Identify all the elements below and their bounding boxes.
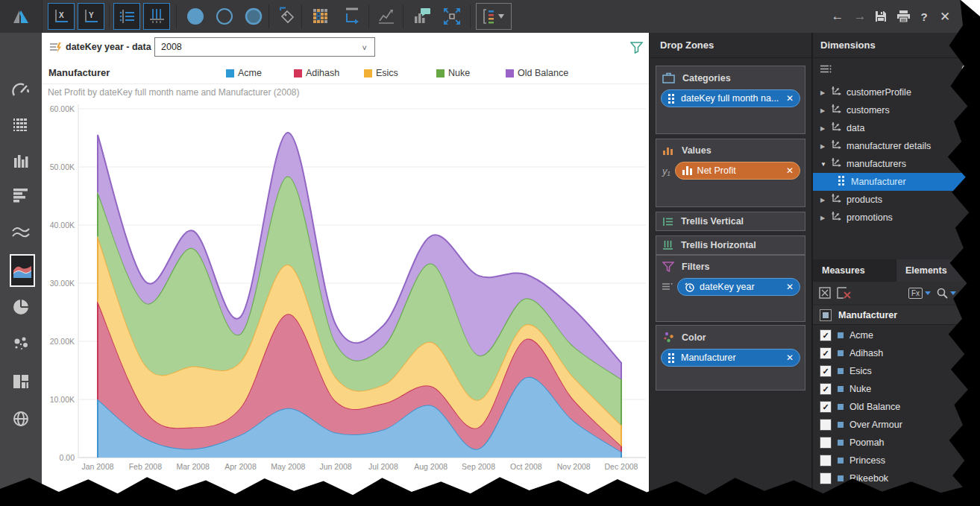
forward-button[interactable]: → (849, 0, 871, 33)
year-dropdown[interactable]: 2008 ˅ (154, 37, 375, 57)
clear-all-button[interactable] (819, 287, 831, 299)
print-button[interactable] (892, 0, 914, 33)
legend-item-esics[interactable]: Esics (364, 68, 398, 78)
legend-item-adihash[interactable]: Adihash (294, 68, 339, 78)
hierarchy-grid-icon (668, 353, 676, 363)
remove-filters-chip-icon[interactable]: ✕ (782, 282, 794, 292)
elements-scrollbar[interactable] (971, 326, 977, 504)
tab-measures[interactable]: Measures (813, 259, 896, 282)
remove-categories-chip-icon[interactable]: ✕ (782, 93, 794, 104)
categories-drop-zone[interactable]: Categories dateKey full month na... ✕ (656, 66, 805, 134)
search-elements-button[interactable] (937, 288, 956, 299)
element-row-poomah[interactable]: ✓Poomah (813, 434, 980, 452)
clear-selection-button[interactable] (837, 287, 852, 299)
element-row-rikeebok[interactable]: ✓Rikeebok (813, 469, 980, 487)
element-row-old-balance[interactable]: ✓Old Balance (813, 398, 980, 416)
close-button[interactable]: ✕ (934, 0, 956, 33)
checkbox-unchecked[interactable]: ✓ (820, 437, 832, 449)
pivot-button[interactable] (337, 3, 364, 30)
color-drop-zone[interactable]: Color Manufacturer ✕ (656, 325, 805, 390)
legend-item-nuke[interactable]: Nuke (436, 68, 470, 78)
data-grid-button[interactable] (307, 3, 334, 30)
expand-arrow-icon[interactable]: ▶ (820, 125, 831, 132)
collapse-arrow-icon[interactable]: ▼ (820, 161, 831, 168)
maximize-visual-button[interactable] (439, 3, 465, 30)
search-icon[interactable] (961, 64, 973, 75)
back-button[interactable]: ← (826, 0, 849, 33)
values-drop-zone[interactable]: Values y₁ Net Profit ✕ (656, 139, 805, 207)
group-checkbox[interactable] (820, 309, 832, 321)
expand-arrow-icon[interactable]: ▶ (820, 143, 831, 150)
checkbox-checked[interactable]: ✓ (820, 365, 832, 377)
tab-elements[interactable]: Elements (896, 259, 980, 282)
sidebar-item-pie-chart[interactable] (0, 291, 42, 323)
remove-values-chip-icon[interactable]: ✕ (782, 165, 794, 176)
app-logo[interactable] (0, 0, 43, 33)
expand-arrow-icon[interactable]: ▶ (820, 107, 831, 114)
filters-drop-zone[interactable]: Filters dateKey year ✕ (656, 255, 805, 322)
element-row-acme[interactable]: ✓Acme (813, 326, 980, 344)
checkbox-checked[interactable]: ✓ (820, 347, 832, 359)
checkbox-checked[interactable]: ✓ (820, 383, 832, 395)
sidebar-item-gauge[interactable] (0, 75, 42, 107)
legend-button[interactable] (113, 3, 140, 30)
point-style-outlined-button[interactable] (240, 3, 267, 30)
tree-item-products[interactable]: ▶products (813, 191, 980, 209)
filter-funnel-icon[interactable] (630, 41, 643, 54)
checkbox-unchecked[interactable]: ✓ (820, 472, 832, 484)
y-axis-button[interactable]: Y (78, 3, 104, 30)
list-menu-icon[interactable] (820, 65, 832, 74)
tree-item-data[interactable]: ▶data (813, 119, 980, 137)
sidebar-item-horizontal-bar-chart[interactable] (0, 179, 42, 212)
chart-plot[interactable]: 0.0010.00K20.00K30.00K40.00K50.00K60.00K… (42, 100, 649, 481)
sidebar-item-area-chart[interactable] (10, 254, 35, 287)
sidebar-item-line-chart[interactable] (0, 216, 42, 249)
tree-item-manufacturers[interactable]: ▼manufacturers (813, 155, 980, 173)
element-row-princess[interactable]: ✓Princess (813, 452, 980, 469)
sidebar-item-map[interactable] (0, 402, 42, 435)
trellis-vertical-drop-zone[interactable]: Trellis Vertical (656, 212, 805, 231)
refresh-button[interactable] (962, 287, 974, 299)
sidebar-item-bar-chart[interactable] (0, 145, 42, 177)
sidebar-item-table[interactable] (0, 108, 42, 141)
tree-item-manufacturer[interactable]: Manufacturer (813, 173, 979, 191)
legend-item-old-balance[interactable]: Old Balance (506, 68, 568, 78)
element-row-esics[interactable]: ✓Esics (813, 362, 980, 380)
remove-color-chip-icon[interactable]: ✕ (782, 352, 794, 363)
tree-item-customerprofile[interactable]: ▶customerProfile (813, 83, 980, 101)
save-button[interactable] (870, 0, 892, 33)
series-options-dropdown[interactable] (476, 3, 512, 30)
values-chip[interactable]: Net Profit ✕ (675, 162, 800, 180)
checkbox-checked[interactable]: ✓ (820, 329, 832, 341)
sidebar-item-treemap[interactable] (0, 365, 42, 398)
tree-item-manufacturer-details[interactable]: ▶manufacturer details (813, 137, 980, 155)
element-group-row[interactable]: Manufacturer (813, 306, 980, 325)
annotation-button[interactable] (409, 3, 436, 30)
filters-chip[interactable]: dateKey year ✕ (677, 278, 800, 296)
trellis-horizontal-drop-zone[interactable]: Trellis Horizontal (656, 235, 805, 255)
point-style-filled-button[interactable] (182, 3, 209, 30)
expand-arrow-icon[interactable]: ▶ (820, 89, 831, 96)
legend-item-acme[interactable]: Acme (226, 68, 262, 78)
expand-arrow-icon[interactable]: ▶ (820, 197, 831, 203)
scrollbar-thumb[interactable] (971, 326, 977, 414)
point-style-hollow-button[interactable] (211, 3, 238, 30)
labels-button[interactable] (274, 3, 301, 30)
formula-button[interactable]: Fx (908, 288, 931, 299)
tree-item-customers[interactable]: ▶customers (813, 101, 980, 119)
checkbox-checked[interactable]: ✓ (820, 401, 832, 413)
color-chip[interactable]: Manufacturer ✕ (661, 349, 800, 367)
expand-arrow-icon[interactable]: ▶ (820, 215, 831, 221)
element-row-nuke[interactable]: ✓Nuke (813, 380, 980, 398)
categories-chip[interactable]: dateKey full month na... ✕ (661, 89, 800, 107)
element-row-adihash[interactable]: ✓Adihash (813, 344, 980, 362)
checkbox-unchecked[interactable]: ✓ (820, 455, 832, 467)
gridlines-button[interactable] (143, 3, 170, 30)
x-axis-button[interactable]: X (48, 3, 75, 30)
sidebar-item-scatter-chart[interactable] (0, 328, 42, 361)
help-button[interactable]: ? (913, 0, 935, 33)
trendline-button[interactable] (373, 3, 400, 30)
element-row-over-armour[interactable]: ✓Over Armour (813, 416, 980, 434)
tree-item-promotions[interactable]: ▶promotions (813, 209, 980, 227)
checkbox-unchecked[interactable]: ✓ (820, 419, 832, 431)
